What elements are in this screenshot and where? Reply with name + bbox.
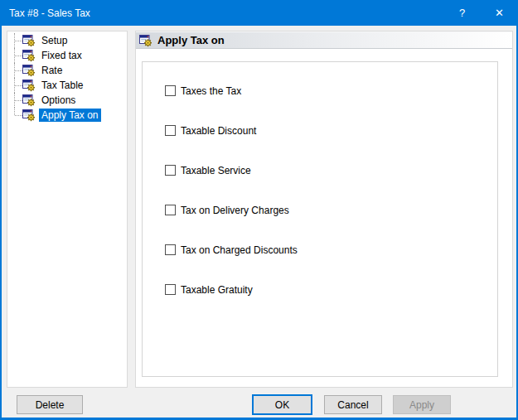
tree-connector (14, 108, 22, 123)
checkbox-group: Taxes the Tax Taxable Discount Taxable S… (142, 61, 498, 377)
page-title: Apply Tax on (157, 34, 225, 46)
page-header: Apply Tax on (136, 31, 512, 49)
checkbox-row: Taxable Discount (165, 124, 497, 137)
window-gear-icon (22, 109, 36, 122)
sidebar-item-label: Rate (39, 64, 65, 77)
window-gear-icon (22, 64, 36, 77)
checkbox[interactable] (165, 284, 176, 295)
window-gear-icon (22, 94, 36, 107)
apply-button[interactable]: Apply (393, 395, 451, 414)
window-gear-icon (22, 49, 36, 62)
window-gear-icon (139, 34, 152, 47)
sidebar-tree: Setup Fixed tax (7, 31, 128, 388)
checkbox-label: Taxable Discount (181, 125, 256, 137)
checkbox-label: Taxable Service (181, 165, 251, 176)
checkbox-label: Taxable Gratuity (181, 284, 253, 296)
main-panel: Apply Tax on Taxes the Tax Taxable Disco… (135, 31, 513, 388)
checkbox[interactable] (165, 125, 176, 136)
sidebar-tree-item[interactable]: Tax Table (14, 78, 127, 93)
cancel-button[interactable]: Cancel (324, 395, 382, 414)
ok-button[interactable]: OK (252, 394, 312, 415)
tree-connector (14, 33, 22, 48)
checkbox-label: Tax on Charged Discounts (181, 244, 298, 256)
tree-connector (14, 63, 22, 78)
title-bar: Tax #8 - Sales Tax ? ✕ (0, 0, 518, 26)
window-gear-icon (22, 34, 36, 47)
close-button[interactable]: ✕ (481, 0, 518, 26)
delete-button[interactable]: Delete (17, 395, 83, 414)
help-button[interactable]: ? (443, 0, 481, 26)
sidebar-item-label: Tax Table (39, 79, 85, 92)
checkbox[interactable] (165, 165, 176, 176)
window-gear-icon (22, 79, 36, 92)
checkbox[interactable] (165, 205, 176, 215)
sidebar-item-label: Apply Tax on (39, 109, 101, 122)
checkbox-row: Tax on Delivery Charges (165, 204, 497, 216)
checkbox-label: Taxes the Tax (181, 85, 241, 97)
sidebar-tree-item[interactable]: Rate (14, 63, 127, 78)
checkbox-label: Tax on Delivery Charges (181, 205, 289, 216)
tax-dialog-window: Tax #8 - Sales Tax ? ✕ Setup (0, 0, 518, 420)
sidebar-item-label: Fixed tax (39, 49, 85, 62)
checkbox-row: Taxable Gratuity (165, 283, 497, 296)
window-title: Tax #8 - Sales Tax (0, 7, 443, 19)
sidebar-item-label: Setup (39, 34, 70, 47)
checkbox-row: Tax on Charged Discounts (165, 244, 497, 256)
checkbox-row: Taxes the Tax (165, 84, 497, 97)
checkbox[interactable] (165, 85, 176, 96)
tree-connector (14, 78, 22, 93)
checkbox[interactable] (165, 244, 176, 255)
sidebar-tree-item[interactable]: Apply Tax on (14, 108, 127, 123)
sidebar-tree-item[interactable]: Fixed tax (14, 48, 127, 63)
tree-connector (14, 48, 22, 63)
checkbox-row: Taxable Service (165, 164, 497, 176)
tree-connector (14, 93, 22, 108)
sidebar-item-label: Options (39, 94, 78, 107)
sidebar-tree-item[interactable]: Setup (14, 33, 127, 48)
sidebar-tree-item[interactable]: Options (14, 93, 127, 108)
